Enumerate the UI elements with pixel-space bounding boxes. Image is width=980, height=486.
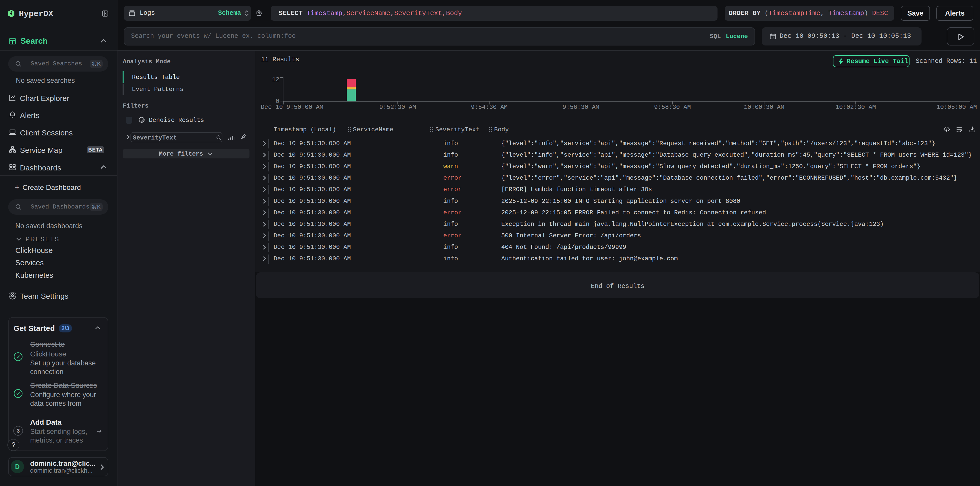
svg-text:10:02:30 AM: 10:02:30 AM bbox=[835, 104, 876, 111]
svg-text:9:52:30 AM: 9:52:30 AM bbox=[379, 104, 416, 111]
svg-text:9:56:30 AM: 9:56:30 AM bbox=[563, 104, 599, 111]
svg-text:Dec 10 9:50:00 AM: Dec 10 9:50:00 AM bbox=[261, 104, 323, 111]
svg-text:9:58:30 AM: 9:58:30 AM bbox=[654, 104, 691, 111]
svg-text:10:05:00 AM: 10:05:00 AM bbox=[937, 104, 977, 111]
svg-text:9:54:30 AM: 9:54:30 AM bbox=[471, 104, 508, 111]
svg-text:10:00:30 AM: 10:00:30 AM bbox=[744, 104, 784, 111]
svg-text:12: 12 bbox=[272, 76, 279, 83]
